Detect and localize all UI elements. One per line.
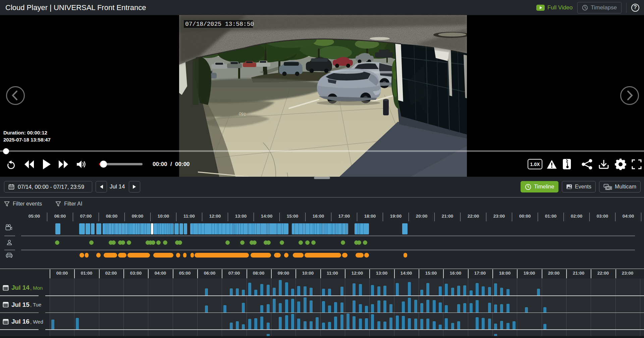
svg-text:160: 160 [238, 111, 246, 117]
svg-text:07/18/2025 13:58:50: 07/18/2025 13:58:50 [185, 21, 254, 27]
